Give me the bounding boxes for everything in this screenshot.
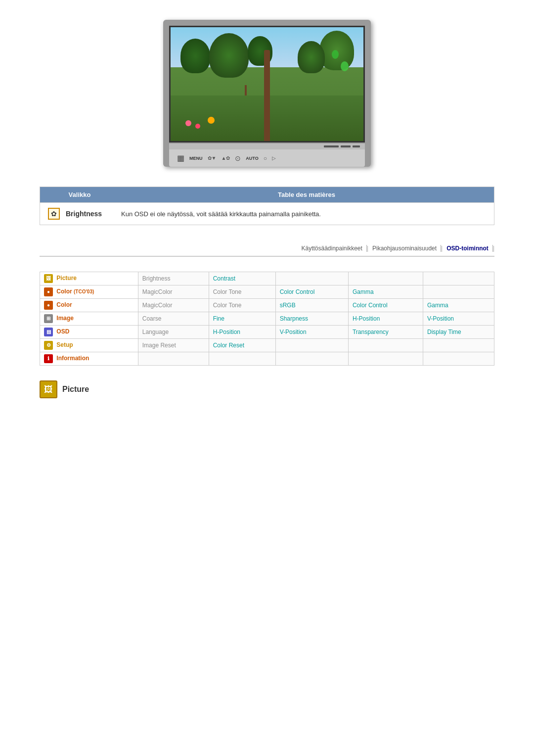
monitor-screen <box>171 27 363 141</box>
sub-empty3 <box>423 272 494 285</box>
color-label: Color <box>56 301 72 308</box>
table-row: ⊞ Image Coarse Fine Sharpness H-Position… <box>40 312 494 326</box>
table-row: ▤ OSD Language H-Position V-Position Tra… <box>40 326 494 339</box>
table-row: ● Color (TCO'03) MagicColor Color Tone C… <box>40 285 494 299</box>
menu-image: ⊞ Image <box>40 312 138 326</box>
osd-icon: ▤ <box>44 328 53 336</box>
sub-empty6 <box>348 339 423 352</box>
magic-icon[interactable]: ⊙ <box>235 154 241 162</box>
nav-link-quick[interactable]: Pikaohjausominaisuudet <box>368 245 441 252</box>
sub-magic1: MagicColor <box>138 285 209 299</box>
header-col2: Table des matières <box>119 187 494 202</box>
sub-display-time: Display Time <box>423 326 494 339</box>
color-tco-icon: ● <box>44 287 53 296</box>
picture-section: 🖼 Picture <box>40 380 494 398</box>
image-label: Image <box>56 315 74 322</box>
table-row: ℹ Information <box>40 352 494 366</box>
osd-label: OSD <box>56 328 69 335</box>
sub-brightness: Brightness <box>138 272 209 285</box>
table-row: 🖼 Picture Brightness Contrast <box>40 272 494 285</box>
picture-title: Picture <box>62 385 89 394</box>
information-icon: ℹ <box>44 354 53 363</box>
sub-empty1 <box>275 272 348 285</box>
sub-srgb: sRGB <box>275 299 348 312</box>
sub-fine: Fine <box>209 312 275 326</box>
sub-tone1: Color Tone <box>209 285 275 299</box>
sub-coarse: Coarse <box>138 312 209 326</box>
sub-transparency: Transparency <box>348 326 423 339</box>
setup-icon: ⚙ <box>44 341 53 350</box>
brightness-info-table: Valikko Table des matières ✿ Brightness … <box>40 187 494 225</box>
brightness-icon: ✿ <box>48 208 60 220</box>
table-row: ● Color MagicColor Color Tone sRGB Color… <box>40 299 494 312</box>
picture-label: Picture <box>56 275 77 282</box>
menu-color: ● Color <box>40 299 138 312</box>
brightness-label: Brightness <box>66 210 115 218</box>
menu-label: MENU <box>189 156 203 161</box>
menu-information: ℹ Information <box>40 352 138 366</box>
source-icon[interactable]: ▷ <box>272 155 276 161</box>
osd-table-section: 🖼 Picture Brightness Contrast ● Color (T… <box>40 272 494 366</box>
table-row: ⚙ Setup Image Reset Color Reset <box>40 339 494 352</box>
menu-osd: ▤ OSD <box>40 326 138 339</box>
sub-tone2: Color Tone <box>209 299 275 312</box>
table-header: Valikko Table des matières <box>40 187 494 203</box>
sub-language: Language <box>138 326 209 339</box>
sub-empty4 <box>423 285 494 299</box>
sub-control2: Color Control <box>348 299 423 312</box>
sub-info5 <box>423 352 494 366</box>
information-label: Information <box>56 355 89 362</box>
sub-empty2 <box>348 272 423 285</box>
sub-hpos2: H-Position <box>209 326 275 339</box>
sub-contrast: Contrast <box>209 272 275 285</box>
sub-magic2: MagicColor <box>138 299 209 312</box>
sub-info2 <box>209 352 275 366</box>
picture-icon: 🖼 <box>44 274 53 283</box>
nav-link-controls[interactable]: Käyttösäädinpainikkeet <box>297 245 366 252</box>
brightness-up-icon[interactable]: ▲✿ <box>221 155 230 161</box>
sub-color-reset: Color Reset <box>209 339 275 352</box>
header-col1: Valikko <box>40 187 119 202</box>
color-tco-label: Color <box>56 288 72 295</box>
auto-label[interactable]: AUTO <box>246 156 258 161</box>
picture-box-icon: 🖼 <box>44 384 53 395</box>
brightness-down-icon[interactable]: ✿▼ <box>208 155 217 161</box>
sub-vpos1: V-Position <box>423 312 494 326</box>
osd-table: 🖼 Picture Brightness Contrast ● Color (T… <box>40 272 494 366</box>
sub-vpos2: V-Position <box>275 326 348 339</box>
sub-control1: Color Control <box>275 285 348 299</box>
menu-picture: 🖼 Picture <box>40 272 138 285</box>
power-icon[interactable]: ○ <box>264 155 267 162</box>
menu-setup: ⚙ Setup <box>40 339 138 352</box>
nav-link-osd[interactable]: OSD-toiminnot <box>443 245 493 252</box>
menu-icon: ▦ <box>177 153 184 163</box>
brightness-row: ✿ Brightness Kun OSD ei ole näytössä, vo… <box>40 203 494 225</box>
sub-info3 <box>275 352 348 366</box>
image-icon: ⊞ <box>44 314 53 323</box>
brightness-description: Kun OSD ei ole näytössä, voit säätää kir… <box>121 210 321 218</box>
sub-image-reset: Image Reset <box>138 339 209 352</box>
sub-empty5 <box>275 339 348 352</box>
picture-icon-box: 🖼 <box>40 380 57 398</box>
monitor-controls: ▦ MENU ✿▼ ▲✿ ⊙ AUTO ○ ▷ <box>169 149 365 167</box>
color-icon: ● <box>44 301 53 310</box>
nav-links: Käyttösäädinpainikkeet | Pikaohjausomina… <box>40 245 494 257</box>
nav-separator-3: | <box>493 245 494 252</box>
sub-empty7 <box>423 339 494 352</box>
sub-sharpness: Sharpness <box>275 312 348 326</box>
sub-hpos1: H-Position <box>348 312 423 326</box>
sub-gamma2: Gamma <box>423 299 494 312</box>
setup-label: Setup <box>56 341 73 348</box>
tco-label: (TCO'03) <box>74 289 94 294</box>
monitor-display: ▦ MENU ✿▼ ▲✿ ⊙ AUTO ○ ▷ <box>40 20 494 167</box>
menu-color-tco: ● Color (TCO'03) <box>40 285 138 299</box>
sub-info1 <box>138 352 209 366</box>
sub-gamma1: Gamma <box>348 285 423 299</box>
sub-info4 <box>348 352 423 366</box>
